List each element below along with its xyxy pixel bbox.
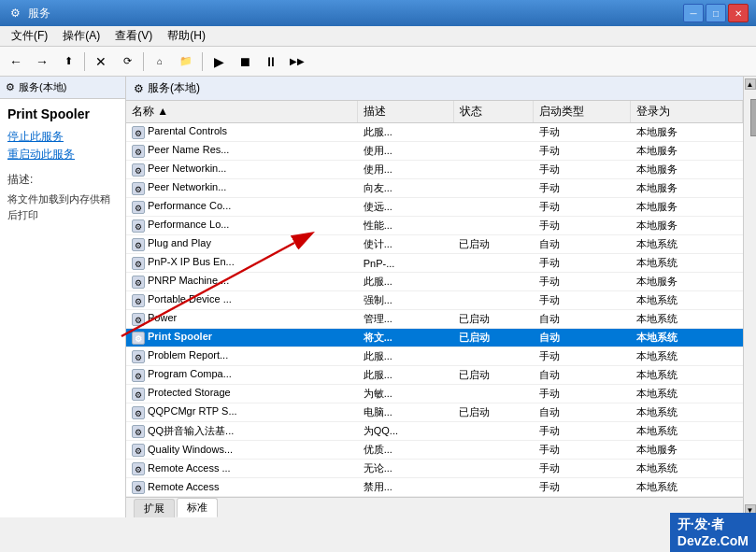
menu-view[interactable]: 查看(V) [107,26,160,46]
cell-status [453,273,533,291]
cell-name: ⚙PNRP Machine ... [126,273,358,291]
selected-service-title: Print Spooler [7,106,118,121]
cell-login: 本地系统 [631,422,743,441]
cell-login: 本地服务 [631,123,743,142]
refresh-button[interactable]: ⟳ [115,50,139,73]
cell-login: 本地系统 [631,385,743,403]
table-row[interactable]: ⚙Peer Networkin... 向友... 手动 本地服务 [126,179,743,198]
right-panel: ⚙ 服务(本地) 名称 ▲ 描述 状态 启动类型 登录为 [126,77,743,517]
table-row[interactable]: ⚙Remote Access 禁用... 手动 本地系统 [126,478,743,497]
close-button[interactable]: ✕ [728,4,749,22]
table-row[interactable]: ⚙Performance Lo... 性能... 手动 本地服务 [126,217,743,235]
service-icon: ⚙ [132,276,145,289]
maximize-button[interactable]: □ [706,4,726,22]
scrollbar-thumb[interactable] [750,99,757,136]
col-header-name[interactable]: 名称 ▲ [126,101,358,123]
desc-text: 将文件加载到内存供稍后打印 [7,191,118,222]
desc-label: 描述: [7,172,118,188]
scrollbar-track[interactable]: ▲ ▼ [743,77,756,517]
up-button[interactable]: ⬆ [56,50,80,73]
menu-file[interactable]: 文件(F) [4,26,55,46]
table-row[interactable]: ⚙Problem Report... 此服... 手动 本地系统 [126,347,743,366]
table-row[interactable]: ⚙Quality Windows... 优质... 手动 本地服务 [126,441,743,460]
separator-2 [143,52,144,71]
menu-help[interactable]: 帮助(H) [160,26,213,46]
table-row[interactable]: ⚙Plug and Play 使计... 已启动 自动 本地系统 [126,235,743,254]
table-row[interactable]: ⚙QQ拼音输入法基... 为QQ... 手动 本地系统 [126,422,743,441]
home-button[interactable]: ⌂ [148,50,172,73]
cell-desc: 此服... [358,123,454,142]
table-row[interactable]: ⚙Program Compa... 此服... 已启动 自动 本地系统 [126,366,743,385]
cell-start: 手动 [534,161,631,179]
table-row[interactable]: ⚙Remote Access ... 无论... 手动 本地系统 [126,460,743,478]
left-panel-title: 服务(本地) [19,80,66,94]
play-button[interactable]: ▶ [207,50,231,73]
scrollbar-up[interactable]: ▲ [745,78,756,90]
menu-action[interactable]: 操作(A) [55,26,107,46]
cell-login: 本地系统 [631,291,743,310]
minimize-button[interactable]: ─ [683,4,704,22]
cell-status [453,123,533,142]
cell-status [453,254,533,273]
cell-start: 手动 [534,123,631,142]
table-row[interactable]: ⚙Performance Co... 使远... 手动 本地服务 [126,198,743,217]
cell-desc: 管理... [358,310,454,329]
cell-desc: 此服... [358,366,454,385]
cell-name: ⚙Performance Co... [126,198,358,217]
window-title: 服务 [28,6,683,21]
table-row[interactable]: ⚙Print Spooler 将文... 已启动 自动 本地系统 [126,329,743,347]
cell-desc: 使计... [358,235,454,254]
cell-desc: 强制... [358,291,454,310]
table-row[interactable]: ⚙Protected Storage 为敏... 手动 本地系统 [126,385,743,403]
cell-status: 已启动 [453,329,533,347]
services-table: 名称 ▲ 描述 状态 启动类型 登录为 ⚙Parental Controls 此… [126,101,743,497]
cell-desc: 使用... [358,161,454,179]
tab-standard[interactable]: 标准 [177,498,218,517]
table-row[interactable]: ⚙Peer Name Res... 使用... 手动 本地服务 [126,142,743,161]
cell-name: ⚙QQ拼音输入法基... [126,422,358,441]
restart-button[interactable]: ▶▶ [285,50,309,73]
service-icon: ⚙ [132,201,145,214]
cell-status [453,385,533,403]
cell-start: 手动 [534,254,631,273]
cell-start: 自动 [534,310,631,329]
table-row[interactable]: ⚙Portable Device ... 强制... 手动 本地系统 [126,291,743,310]
cell-desc: 优质... [358,441,454,460]
cell-start: 手动 [534,347,631,366]
cell-desc: 无论... [358,460,454,478]
cell-status: 已启动 [453,403,533,422]
stop2-button[interactable]: ⏹ [233,50,257,73]
table-row[interactable]: ⚙PNRP Machine ... 此服... 手动 本地服务 [126,273,743,291]
tab-extend[interactable]: 扩展 [134,499,175,517]
cell-start: 手动 [534,478,631,497]
left-panel-gear-icon: ⚙ [6,81,15,93]
col-header-desc[interactable]: 描述 [358,101,454,123]
back-button[interactable]: ← [4,50,28,73]
cell-desc: 电脑... [358,403,454,422]
cell-login: 本地系统 [631,347,743,366]
cell-login: 本地系统 [631,478,743,497]
title-bar: ⚙ 服务 ─ □ ✕ [0,0,756,26]
col-header-login[interactable]: 登录为 [631,101,743,123]
cell-name: ⚙PnP-X IP Bus En... [126,254,358,273]
restart-service-link[interactable]: 重启动此服务 [7,147,118,163]
service-icon: ⚙ [132,444,145,457]
separator-1 [84,52,85,71]
table-row[interactable]: ⚙QQPCMgr RTP S... 电脑... 已启动 自动 本地系统 [126,403,743,422]
folder-button[interactable]: 📁 [174,50,198,73]
table-row[interactable]: ⚙Parental Controls 此服... 手动 本地服务 [126,123,743,142]
pause-button[interactable]: ⏸ [259,50,283,73]
cell-status: 已启动 [453,366,533,385]
forward-button[interactable]: → [30,50,54,73]
cell-status: 已启动 [453,235,533,254]
cell-login: 本地服务 [631,273,743,291]
table-row[interactable]: ⚙Power 管理... 已启动 自动 本地系统 [126,310,743,329]
table-row[interactable]: ⚙PnP-X IP Bus En... PnP-... 手动 本地系统 [126,254,743,273]
stop-service-link[interactable]: 停止此服务 [7,129,118,145]
cell-status [453,478,533,497]
cell-name: ⚙Program Compa... [126,366,358,385]
col-header-start[interactable]: 启动类型 [534,101,631,123]
table-row[interactable]: ⚙Peer Networkin... 使用... 手动 本地服务 [126,161,743,179]
stop-button[interactable]: ✕ [89,50,113,73]
col-header-status[interactable]: 状态 [453,101,533,123]
